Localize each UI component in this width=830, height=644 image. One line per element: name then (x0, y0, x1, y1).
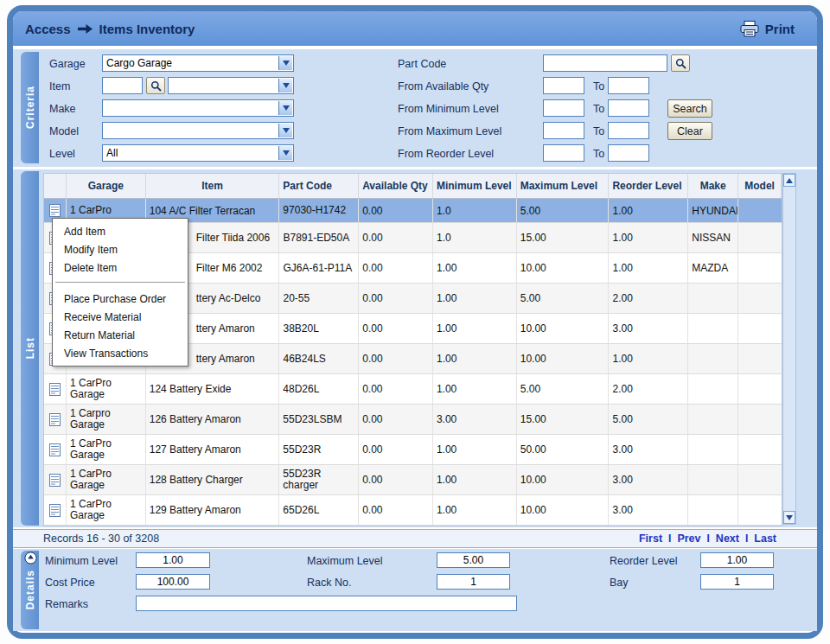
row-form-icon[interactable] (44, 495, 67, 525)
column-header-make[interactable]: Make (688, 174, 738, 198)
from-available-qty-input[interactable] (543, 77, 584, 94)
pagination-prev[interactable]: Prev (677, 532, 700, 545)
row-form-icon[interactable] (44, 374, 67, 404)
menu-item-receive-material[interactable]: Receive Material (53, 308, 188, 326)
detail-reorder-level-input[interactable] (700, 552, 774, 568)
cell-garage: 1 CarProGarage (67, 435, 146, 464)
cell-maximum-level: 15.00 (517, 405, 610, 434)
scroll-up-icon[interactable] (783, 174, 795, 187)
table-row[interactable]: 1 CarProGarage128 Battery Charger55D23R … (44, 465, 782, 495)
detail-cost-price-label: Cost Price (45, 577, 95, 589)
from-maximum-level-label: From Maximum Level (398, 125, 501, 137)
cell-part-code: 65D26L (279, 495, 359, 525)
table-row[interactable]: 1 CarProGarage127 Battery Amaron55D23R0.… (44, 435, 782, 465)
cell-item: 128 Battery Charger (146, 465, 280, 494)
criteria-tab[interactable]: Criteria (21, 52, 39, 163)
detail-remarks-input[interactable] (136, 596, 517, 611)
collapse-up-icon (24, 552, 37, 564)
cell-model (738, 495, 782, 525)
level-select[interactable]: All (102, 144, 294, 162)
part-code-search-button[interactable] (671, 54, 690, 72)
model-label: Model (49, 125, 79, 137)
cell-reorder-level: 1.00 (609, 223, 688, 252)
table-row[interactable]: 1 CarproGarage126 Battery Amaron55D23LSB… (44, 405, 782, 435)
cell-maximum-level: 10.00 (517, 253, 610, 283)
detail-cost-price-input[interactable] (136, 574, 210, 590)
breadcrumb-app[interactable]: Access (25, 22, 71, 36)
detail-bay-input[interactable] (700, 574, 774, 590)
detail-maximum-level-input[interactable] (437, 552, 510, 568)
menu-item-return-material[interactable]: Return Material (53, 326, 188, 344)
make-select[interactable] (102, 99, 294, 117)
cell-minimum-level: 1.00 (433, 253, 517, 283)
row-form-icon[interactable] (44, 435, 67, 464)
cell-reorder-level: 3.00 (609, 465, 688, 494)
form-sheet-icon (49, 443, 61, 456)
cell-reorder-level: 1.00 (609, 253, 688, 283)
pagination-next[interactable]: Next (716, 532, 739, 545)
cell-make: MAZDA (688, 253, 738, 283)
scroll-down-icon[interactable] (783, 511, 795, 524)
print-button[interactable]: Print (740, 21, 795, 37)
column-header-model[interactable]: Model (738, 174, 782, 198)
column-header-item[interactable]: Item (146, 174, 280, 198)
clear-button[interactable]: Clear (667, 122, 712, 140)
cell-available-qty: 0.00 (359, 199, 433, 222)
item-code-input[interactable] (102, 77, 143, 94)
to-label: To (593, 80, 604, 92)
column-header-part-code[interactable]: Part Code (279, 174, 359, 198)
column-header-reorder-level[interactable]: Reorder Level (609, 174, 688, 198)
detail-minimum-level-input[interactable] (136, 552, 210, 568)
column-header-maximum-level[interactable]: Maximum Level (517, 174, 610, 198)
menu-item-delete-item[interactable]: Delete Item (53, 258, 188, 277)
cell-reorder-level: 3.00 (609, 495, 688, 525)
cell-minimum-level: 1.00 (433, 284, 517, 313)
search-button[interactable]: Search (667, 99, 712, 118)
cell-reorder-level: 2.00 (609, 374, 688, 404)
vertical-scrollbar[interactable] (782, 173, 796, 525)
detail-rack-no-input[interactable] (437, 574, 510, 590)
cell-make (688, 374, 738, 404)
table-row[interactable]: 1 CarProGarage124 Battery Exide48D26L0.0… (44, 374, 782, 405)
to-label: To (593, 148, 604, 160)
chevron-down-icon (278, 101, 292, 115)
cell-garage: 1 CarProGarage (67, 465, 146, 494)
row-form-icon[interactable] (44, 465, 67, 494)
cell-make (688, 465, 738, 494)
to-reorder-level-input[interactable] (608, 144, 649, 162)
pagination-last[interactable]: Last (754, 532, 776, 545)
to-minimum-level-input[interactable] (608, 99, 649, 117)
column-header-minimum-level[interactable]: Minimum Level (433, 174, 517, 198)
to-available-qty-input[interactable] (608, 77, 649, 94)
table-row[interactable]: 1 CarProGarage129 Battery Amaron65D26L0.… (44, 495, 782, 526)
to-maximum-level-input[interactable] (608, 122, 649, 139)
collapse-details-button[interactable] (24, 552, 37, 564)
item-select[interactable] (168, 77, 294, 94)
column-header-icon[interactable] (44, 174, 67, 198)
row-form-icon[interactable] (44, 405, 67, 434)
menu-item-modify-item[interactable]: Modify Item (53, 240, 188, 258)
from-reorder-level-input[interactable] (543, 144, 584, 162)
cell-minimum-level: 1.00 (433, 374, 517, 404)
menu-item-add-item[interactable]: Add Item (53, 222, 188, 240)
from-minimum-level-input[interactable] (543, 99, 584, 117)
list-tab[interactable]: List (21, 171, 39, 526)
menu-separator (55, 282, 185, 283)
level-label: Level (49, 148, 75, 160)
cell-garage: 1 CarProGarage (67, 495, 146, 525)
column-header-garage[interactable]: Garage (67, 174, 146, 198)
item-search-button[interactable] (146, 77, 165, 94)
part-code-input[interactable] (543, 54, 667, 72)
from-minimum-level-label: From Minimum Level (398, 103, 499, 115)
column-header-available-qty[interactable]: Available Qty (359, 174, 433, 198)
cell-reorder-level: 3.00 (609, 435, 688, 464)
menu-item-place-purchase-order[interactable]: Place Purchase Order (53, 290, 188, 308)
page-title: Items Inventory (99, 22, 195, 36)
pagination-first[interactable]: First (639, 532, 662, 545)
garage-select[interactable]: Cargo Garage (102, 54, 294, 72)
pagination-separator: I (668, 532, 671, 545)
menu-item-view-transactions[interactable]: View Transactions (53, 344, 188, 362)
model-select[interactable] (102, 122, 294, 139)
from-maximum-level-input[interactable] (543, 122, 584, 139)
cell-available-qty: 0.00 (359, 223, 433, 252)
